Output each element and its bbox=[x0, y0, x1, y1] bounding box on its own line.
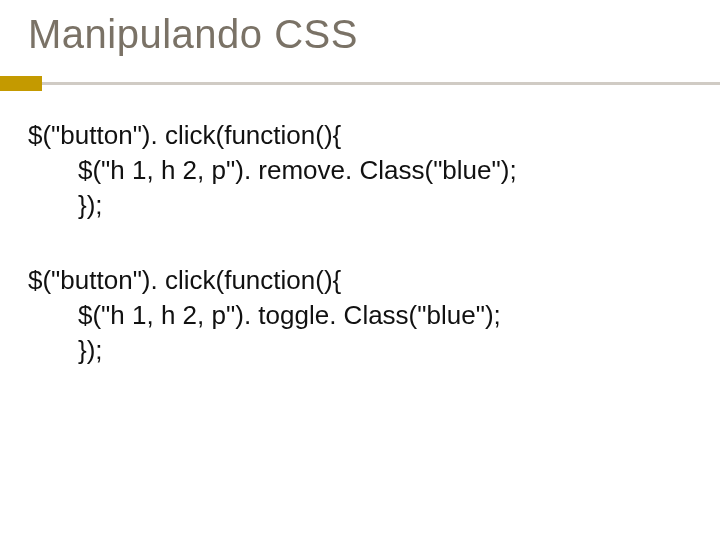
slide-content: $("button"). click(function(){ $("h 1, h… bbox=[28, 118, 700, 409]
code-block-2: $("button"). click(function(){ $("h 1, h… bbox=[28, 263, 700, 368]
rule-accent bbox=[0, 76, 42, 91]
code-line: $("button"). click(function(){ bbox=[28, 118, 700, 153]
slide-title: Manipulando CSS bbox=[28, 12, 358, 57]
rule-line bbox=[0, 82, 720, 85]
code-line: $("h 1, h 2, p"). toggle. Class("blue"); bbox=[28, 298, 700, 333]
code-line: $("h 1, h 2, p"). remove. Class("blue"); bbox=[28, 153, 700, 188]
code-block-1: $("button"). click(function(){ $("h 1, h… bbox=[28, 118, 700, 223]
slide: Manipulando CSS $("button"). click(funct… bbox=[0, 0, 720, 540]
code-line: }); bbox=[28, 188, 700, 223]
code-line: }); bbox=[28, 333, 700, 368]
code-line: $("button"). click(function(){ bbox=[28, 263, 700, 298]
